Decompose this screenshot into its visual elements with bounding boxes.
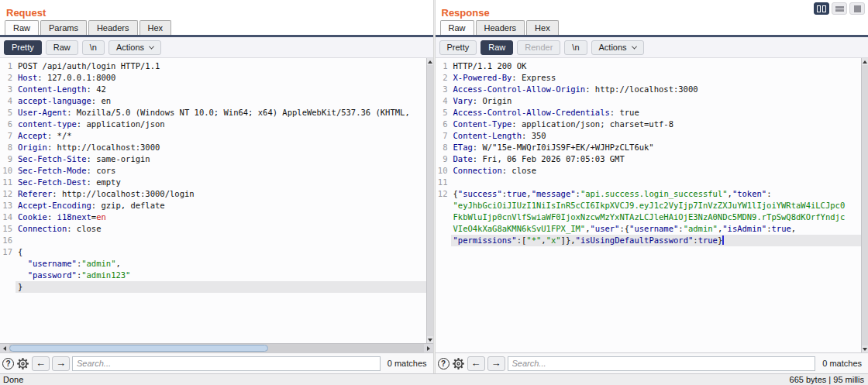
response-panel: Response RawHeadersHex PrettyRawRender\n…	[436, 0, 868, 373]
http-message-viewer: Request RawParamsHeadersHex PrettyRaw\nA…	[0, 0, 868, 385]
help-icon[interactable]: ?	[438, 358, 450, 370]
chevron-down-icon	[632, 43, 637, 49]
editor-line: FkbWluIjp0cnVlfSwiaWF0IjoxNzcwMzYxNTAzLC…	[436, 211, 868, 223]
response-tab-raw[interactable]: Raw	[440, 20, 474, 35]
request-editor-lines: 1POST /api/auth/login HTTP/1.12Host: 127…	[0, 60, 433, 293]
response-tab-headers[interactable]: Headers	[476, 20, 525, 35]
editor-line: VIeO4kXaG8aKMN6kSvU1FPX_IM","user":{"use…	[436, 223, 868, 235]
request-view-actions-button[interactable]: Actions	[108, 40, 161, 55]
response-view-actions-button[interactable]: Actions	[591, 40, 644, 55]
editor-line: 10Sec-Fetch-Mode: cors	[0, 165, 433, 177]
editor-line: "eyJhbGciOiJIUzI1NiIsInR5cCI6IkpXVCJ9.ey…	[436, 200, 868, 211]
editor-line: 9Date: Fri, 06 Feb 2026 07:05:03 GMT	[436, 153, 868, 165]
help-icon[interactable]: ?	[2, 358, 14, 370]
scroll-right-icon[interactable]	[424, 344, 433, 352]
response-match-count: 0 matches	[818, 359, 864, 368]
editor-line: 2X-Powered-By: Express	[436, 72, 868, 84]
scroll-left-icon[interactable]	[0, 344, 9, 352]
columns-layout-button[interactable]	[814, 2, 829, 15]
response-view-toolbar: PrettyRawRender\nActions	[436, 37, 868, 58]
response-vertical-scrollbar[interactable]	[861, 58, 868, 352]
editor-line: 5Access-Control-Allow-Credentials: true	[436, 107, 868, 119]
gear-icon[interactable]	[16, 357, 29, 370]
request-tab-params[interactable]: Params	[40, 20, 87, 35]
editor-line: 5User-Agent: Mozilla/5.0 (Windows NT 10.…	[0, 107, 433, 119]
request-search-bar: ? ← → 0 matches	[0, 352, 433, 373]
editor-line: 7Content-Length: 350	[436, 130, 868, 142]
editor-line: 14Cookie: i18next=en	[0, 211, 433, 223]
response-title-row: Response	[436, 0, 868, 19]
editor-line: 4Vary: Origin	[436, 95, 868, 107]
single-pane-layout-button[interactable]	[849, 2, 865, 15]
request-vertical-scrollbar[interactable]	[426, 58, 433, 343]
response-editor[interactable]: 1HTTP/1.1 200 OK2X-Powered-By: Express3A…	[436, 58, 868, 352]
rows-layout-button[interactable]	[832, 2, 847, 15]
request-tab-raw[interactable]: Raw	[5, 20, 39, 35]
request-view-pretty-button[interactable]: Pretty	[4, 40, 42, 55]
editor-line: }	[0, 281, 433, 293]
editor-line: 11Sec-Fetch-Dest: empty	[0, 177, 433, 188]
layout-toolbar	[814, 2, 865, 15]
editor-line: 9Sec-Fetch-Site: same-origin	[0, 153, 433, 165]
response-view-pretty-button[interactable]: Pretty	[439, 40, 477, 55]
request-view-raw-button[interactable]: Raw	[46, 40, 78, 55]
request-view-n-button[interactable]: \n	[82, 40, 105, 55]
request-editor[interactable]: 1POST /api/auth/login HTTP/1.12Host: 127…	[0, 58, 433, 343]
editor-line: 3Access-Control-Allow-Origin: http://loc…	[436, 84, 868, 95]
editor-line: 17{	[0, 246, 433, 258]
gear-icon[interactable]	[452, 357, 465, 370]
response-editor-lines: 1HTTP/1.1 200 OK2X-Powered-By: Express3A…	[436, 60, 868, 246]
scroll-up-icon[interactable]	[862, 58, 868, 65]
response-tabs: RawHeadersHex	[436, 19, 868, 35]
editor-line: 8ETag: W/"15e-MWQrI0iJS9F+EK/+WJHPzCLT6u…	[436, 142, 868, 153]
search-next-button[interactable]: →	[487, 356, 505, 371]
request-hscroll-thumb[interactable]	[9, 345, 268, 352]
scroll-up-icon[interactable]	[427, 58, 433, 65]
request-match-count: 0 matches	[383, 359, 429, 368]
editor-line: 12{"success":true,"message":"api.success…	[436, 188, 868, 200]
panels: Request RawParamsHeadersHex PrettyRaw\nA…	[0, 0, 868, 373]
scroll-down-icon[interactable]	[427, 336, 433, 343]
columns-layout-icon	[817, 5, 826, 12]
editor-line: 15Connection: close	[0, 223, 433, 235]
chevron-down-icon	[149, 43, 154, 49]
response-search-bar: ? ← → 0 matches	[436, 352, 868, 373]
response-view-n-button[interactable]: \n	[564, 40, 587, 55]
editor-line: 6Content-Type: application/json; charset…	[436, 119, 868, 130]
response-view-raw-button[interactable]: Raw	[480, 40, 513, 55]
editor-line: 1POST /api/auth/login HTTP/1.1	[0, 60, 433, 72]
editor-line: 10Connection: close	[436, 165, 868, 177]
editor-line: 13Accept-Encoding: gzip, deflate	[0, 200, 433, 211]
request-title-row: Request	[0, 0, 433, 19]
single-pane-layout-icon	[854, 5, 861, 12]
response-panel-title: Response	[442, 7, 490, 19]
request-tabs: RawParamsHeadersHex	[0, 19, 433, 35]
editor-line: "username":"admin",	[0, 258, 433, 270]
response-tab-hex[interactable]: Hex	[526, 20, 559, 35]
status-text: Done	[3, 375, 23, 384]
editor-line: 16	[0, 235, 433, 246]
request-view-toolbar: PrettyRaw\nActions	[0, 37, 433, 58]
response-search-input[interactable]	[508, 356, 816, 371]
editor-line: 11	[436, 177, 868, 188]
status-metrics: 665 bytes | 95 millis	[790, 375, 864, 384]
request-tab-headers[interactable]: Headers	[88, 20, 138, 35]
request-panel: Request RawParamsHeadersHex PrettyRaw\nA…	[0, 0, 433, 373]
search-prev-button[interactable]: ←	[32, 356, 50, 371]
editor-line: 12Referer: http://localhost:3000/login	[0, 188, 433, 200]
editor-line: 6content-type: application/json	[0, 119, 433, 130]
text-caret	[722, 235, 724, 245]
editor-line: "password":"admin123"	[0, 270, 433, 281]
request-horizontal-scrollbar[interactable]	[0, 343, 433, 352]
editor-line: 2Host: 127.0.0.1:8000	[0, 72, 433, 84]
editor-line: 7Accept: */*	[0, 130, 433, 142]
search-prev-button[interactable]: ←	[467, 356, 485, 371]
request-search-input[interactable]	[72, 356, 381, 371]
response-view-render-button: Render	[517, 40, 560, 55]
request-tab-hex[interactable]: Hex	[140, 20, 172, 35]
editor-line: 4accept-language: en	[0, 95, 433, 107]
scroll-down-icon[interactable]	[862, 345, 868, 352]
editor-line: 1HTTP/1.1 200 OK	[436, 60, 868, 72]
search-next-button[interactable]: →	[52, 356, 70, 371]
request-panel-title: Request	[6, 7, 46, 19]
